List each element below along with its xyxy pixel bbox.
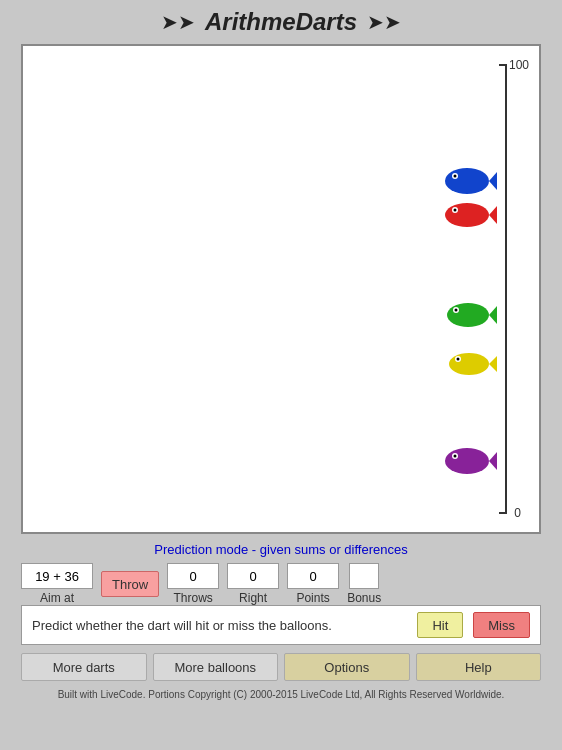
svg-point-0	[445, 168, 489, 194]
scale-tick-bottom	[499, 512, 507, 514]
svg-point-19	[454, 455, 457, 458]
scale-label-top: 100	[509, 58, 529, 72]
more-balloons-button[interactable]: More balloons	[153, 653, 279, 681]
footer-text: Built with LiveCode. Portions Copyright …	[58, 689, 505, 700]
svg-marker-9	[489, 306, 497, 324]
app-container: ➤➤ ArithmeDarts ➤➤ 100 0	[0, 0, 562, 750]
prediction-row: Predict whether the dart will hit or mis…	[21, 605, 541, 645]
right-label: Right	[239, 591, 267, 605]
right-group: Right	[227, 563, 279, 605]
svg-point-11	[455, 309, 458, 312]
prediction-text: Predict whether the dart will hit or mis…	[32, 618, 407, 633]
svg-marker-5	[489, 206, 497, 224]
svg-point-8	[447, 303, 489, 327]
svg-marker-1	[489, 172, 497, 190]
scale-label-bottom: 0	[514, 506, 521, 520]
svg-marker-13	[489, 356, 497, 372]
left-arrow-icon: ➤➤	[161, 10, 195, 34]
throw-button[interactable]: Throw	[101, 571, 159, 597]
bonus-input[interactable]	[349, 563, 379, 589]
bottom-buttons: More darts More balloons Options Help	[21, 653, 541, 681]
throws-label: Throws	[173, 591, 212, 605]
title-bar: ➤➤ ArithmeDarts ➤➤	[10, 8, 552, 36]
svg-point-16	[445, 448, 489, 474]
yellow-fish	[449, 351, 497, 377]
purple-fish	[445, 446, 497, 476]
aim-label: Aim at	[40, 591, 74, 605]
hit-button[interactable]: Hit	[417, 612, 463, 638]
throws-group: Throws	[167, 563, 219, 605]
bonus-label: Bonus	[347, 591, 381, 605]
blue-fish	[445, 166, 497, 196]
svg-point-15	[457, 358, 460, 361]
throws-input[interactable]	[167, 563, 219, 589]
svg-point-7	[454, 209, 457, 212]
svg-point-3	[454, 175, 457, 178]
options-button[interactable]: Options	[284, 653, 410, 681]
points-group: Points	[287, 563, 339, 605]
throw-area: Throw	[101, 571, 159, 597]
bonus-group: Bonus	[347, 563, 381, 605]
game-canvas: 100 0	[21, 44, 541, 534]
aim-group: Aim at	[21, 563, 93, 605]
help-button[interactable]: Help	[416, 653, 542, 681]
right-arrow-icon: ➤➤	[367, 10, 401, 34]
scale-tick-top	[499, 64, 507, 66]
points-label: Points	[296, 591, 329, 605]
svg-point-12	[449, 353, 489, 375]
svg-marker-17	[489, 452, 497, 470]
green-fish	[447, 301, 497, 329]
app-title: ArithmeDarts	[205, 8, 357, 36]
red-fish	[445, 201, 497, 229]
mode-text: Prediction mode - given sums or differen…	[154, 542, 407, 557]
more-darts-button[interactable]: More darts	[21, 653, 147, 681]
right-input[interactable]	[227, 563, 279, 589]
miss-button[interactable]: Miss	[473, 612, 530, 638]
scale-line	[505, 64, 507, 514]
svg-point-4	[445, 203, 489, 227]
aim-input[interactable]	[21, 563, 93, 589]
controls-row: Aim at Throw Throws Right Points Bonus	[21, 563, 541, 605]
points-input[interactable]	[287, 563, 339, 589]
